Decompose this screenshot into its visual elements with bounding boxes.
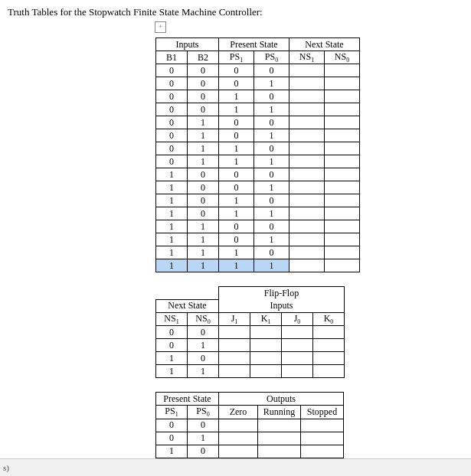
table-cell: 1 — [219, 90, 254, 103]
t1-group-next: Next State — [289, 38, 360, 51]
table-cell — [219, 432, 258, 445]
table-cell: 0 — [254, 90, 289, 103]
table-cell: 1 — [254, 259, 289, 272]
t2-h-j1: J1 — [219, 312, 250, 325]
table-row: 0000 — [156, 64, 360, 77]
table-cell — [289, 194, 325, 207]
table-cell: 0 — [188, 90, 219, 103]
table-cell — [289, 246, 325, 259]
table-cell: 1 — [156, 194, 188, 207]
table-row: 00 — [156, 326, 345, 339]
table-row: 1010 — [156, 194, 360, 207]
t3-h-stopped: Stopped — [301, 406, 344, 419]
table-cell: 0 — [156, 116, 188, 129]
table-cell: 0 — [188, 326, 219, 339]
table-cell: 0 — [188, 207, 219, 220]
table-cell: 0 — [156, 155, 188, 168]
table-row: 1101 — [156, 233, 360, 246]
table-row: 0100 — [156, 116, 360, 129]
table-cell: 1 — [188, 339, 219, 352]
table-cell: 0 — [188, 419, 219, 432]
table-cell — [250, 339, 282, 352]
table-cell: 1 — [219, 103, 254, 116]
table-cell — [219, 419, 258, 432]
table-cell: 1 — [188, 116, 219, 129]
truth-table-2: Flip-Flop Next State Inputs NS1 NS0 J1 K… — [155, 286, 345, 378]
table-cell — [325, 194, 360, 207]
table-cell: 0 — [254, 64, 289, 77]
table-cell: 1 — [254, 207, 289, 220]
t1-h-b2: B2 — [188, 51, 219, 64]
table-cell: 0 — [219, 220, 254, 233]
table-row: 0111 — [156, 155, 360, 168]
table-cell — [289, 220, 325, 233]
table-cell — [325, 129, 360, 142]
table-cell: 1 — [188, 365, 219, 378]
table-cell: 0 — [219, 168, 254, 181]
table-cell: 0 — [254, 194, 289, 207]
table-cell: 1 — [156, 181, 188, 194]
t3-h-running: Running — [258, 406, 301, 419]
status-bar: s) — [0, 458, 471, 476]
table-cell: 1 — [254, 233, 289, 246]
table-cell: 0 — [156, 419, 188, 432]
table-cell — [282, 326, 313, 339]
table-cell: 1 — [254, 181, 289, 194]
t2-group-next: Next State — [156, 299, 219, 312]
table-row: 1000 — [156, 168, 360, 181]
table-cell: 0 — [219, 181, 254, 194]
table-cell — [289, 90, 325, 103]
table-cell: 1 — [188, 432, 219, 445]
table-cell: 0 — [156, 103, 188, 116]
table-cell — [289, 207, 325, 220]
table-row: 11 — [156, 365, 345, 378]
t2-h-k1: K1 — [250, 312, 282, 325]
table-cell — [325, 90, 360, 103]
t3-h-ps1: PS1 — [156, 406, 188, 419]
table-cell — [289, 103, 325, 116]
table-cell: 0 — [156, 64, 188, 77]
table-cell: 0 — [156, 129, 188, 142]
table-cell — [325, 103, 360, 116]
table-cell: 0 — [219, 64, 254, 77]
table-cell: 0 — [188, 103, 219, 116]
t3-group-present: Present State — [156, 393, 219, 406]
table-cell — [258, 419, 301, 432]
table-cell: 1 — [156, 246, 188, 259]
table-cell: 1 — [188, 246, 219, 259]
t1-h-ps0: PS0 — [254, 51, 289, 64]
table-cell — [289, 181, 325, 194]
table-cell: 0 — [254, 246, 289, 259]
table-cell — [250, 352, 282, 365]
table-cell — [289, 116, 325, 129]
table-row: 0101 — [156, 129, 360, 142]
table-cell: 1 — [188, 233, 219, 246]
table-cell: 0 — [188, 194, 219, 207]
table-cell — [289, 259, 325, 272]
table-cell — [325, 246, 360, 259]
table-cell: 0 — [156, 90, 188, 103]
table-anchor-icon[interactable]: + — [155, 21, 166, 33]
table-cell: 1 — [219, 207, 254, 220]
table-cell — [250, 326, 282, 339]
t3-h-ps0: PS0 — [188, 406, 219, 419]
table-row: 10 — [156, 445, 344, 458]
table-row: 1001 — [156, 181, 360, 194]
table-cell — [313, 352, 345, 365]
table-cell — [219, 352, 250, 365]
table-cell: 1 — [156, 259, 188, 272]
table-cell — [325, 259, 360, 272]
table-cell — [325, 168, 360, 181]
table-row: 0001 — [156, 77, 360, 90]
table-row: 00 — [156, 419, 344, 432]
table-cell: 0 — [188, 181, 219, 194]
table-cell: 1 — [219, 155, 254, 168]
table-cell: 0 — [254, 116, 289, 129]
table-cell: 1 — [188, 259, 219, 272]
table-cell — [325, 233, 360, 246]
table-cell — [258, 445, 301, 458]
table-cell: 0 — [219, 77, 254, 90]
table-cell: 1 — [156, 168, 188, 181]
table-cell: 0 — [254, 168, 289, 181]
table-row: 1110 — [156, 246, 360, 259]
